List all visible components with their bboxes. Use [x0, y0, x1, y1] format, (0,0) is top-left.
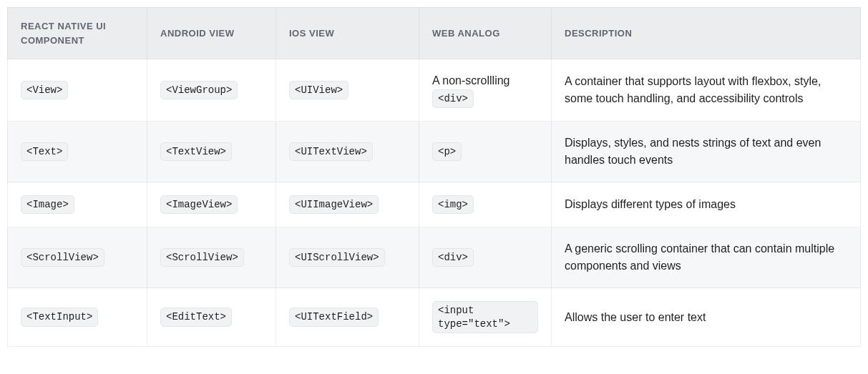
code-literal: <View> [21, 81, 68, 99]
code-literal: <ScrollView> [21, 248, 104, 267]
cell-description: Displays, styles, and nests strings of t… [552, 122, 861, 182]
cell-rn: <View> [8, 59, 147, 122]
code-literal: <UITextField> [289, 307, 379, 326]
cell-web: <div> [419, 227, 552, 288]
header-web: Web Analog [419, 8, 552, 59]
cell-ios: <UIImageView> [276, 182, 419, 227]
cell-rn: <TextInput> [8, 288, 147, 346]
code-literal: <Text> [21, 142, 68, 161]
cell-web: <p> [419, 122, 552, 182]
code-literal: <UITextView> [289, 142, 373, 161]
cell-android: <EditText> [147, 288, 276, 346]
table-header-row: React Native UI Component Android View i… [8, 8, 861, 59]
header-react-native: React Native UI Component [8, 8, 147, 59]
cell-web: A non-scrollling <div> [419, 59, 552, 122]
cell-rn: <Text> [8, 122, 147, 182]
code-literal: <ImageView> [160, 195, 238, 214]
cell-web: <input type="text"> [419, 288, 552, 346]
code-literal: <TextView> [160, 142, 232, 161]
code-literal: <UIScrollView> [289, 248, 385, 267]
code-literal: <p> [432, 142, 462, 161]
cell-android: <ImageView> [147, 182, 276, 227]
cell-android: <TextView> [147, 122, 276, 182]
cell-android: <ScrollView> [147, 227, 276, 288]
code-literal: <input type="text"> [432, 301, 538, 333]
cell-ios: <UITextField> [276, 288, 419, 346]
table-row: <ScrollView><ScrollView><UIScrollView><d… [8, 227, 861, 288]
cell-ios: <UIScrollView> [276, 227, 419, 288]
code-literal: <Image> [21, 195, 74, 214]
cell-rn: <ScrollView> [8, 227, 147, 288]
header-description: Description [552, 8, 861, 59]
code-literal: <div> [432, 89, 474, 108]
cell-rn: <Image> [8, 182, 147, 227]
cell-description: Displays different types of images [552, 182, 861, 227]
code-literal: <UIView> [289, 81, 348, 99]
code-literal: <UIImageView> [289, 195, 379, 214]
code-literal: <div> [432, 248, 474, 267]
code-literal: <TextInput> [21, 307, 98, 326]
table-row: <TextInput><EditText><UITextField><input… [8, 288, 861, 346]
cell-description: A container that supports layout with fl… [552, 59, 861, 122]
native-components-table: React Native UI Component Android View i… [7, 7, 861, 347]
cell-description: A generic scrolling container that can c… [552, 227, 861, 288]
cell-android: <ViewGroup> [147, 59, 276, 122]
header-android: Android View [147, 8, 276, 59]
code-literal: <img> [432, 195, 474, 214]
cell-description: Allows the user to enter text [552, 288, 861, 346]
table-row: <Text><TextView><UITextView><p>Displays,… [8, 122, 861, 182]
web-prefix-text: A non-scrollling [432, 74, 510, 87]
table-row: <View><ViewGroup><UIView>A non-scrolllin… [8, 59, 861, 122]
code-literal: <ViewGroup> [160, 81, 238, 99]
table-row: <Image><ImageView><UIImageView><img>Disp… [8, 182, 861, 227]
header-ios: iOS View [276, 8, 419, 59]
code-literal: <EditText> [160, 307, 232, 326]
cell-ios: <UITextView> [276, 122, 419, 182]
cell-ios: <UIView> [276, 59, 419, 122]
code-literal: <ScrollView> [160, 248, 244, 267]
cell-web: <img> [419, 182, 552, 227]
